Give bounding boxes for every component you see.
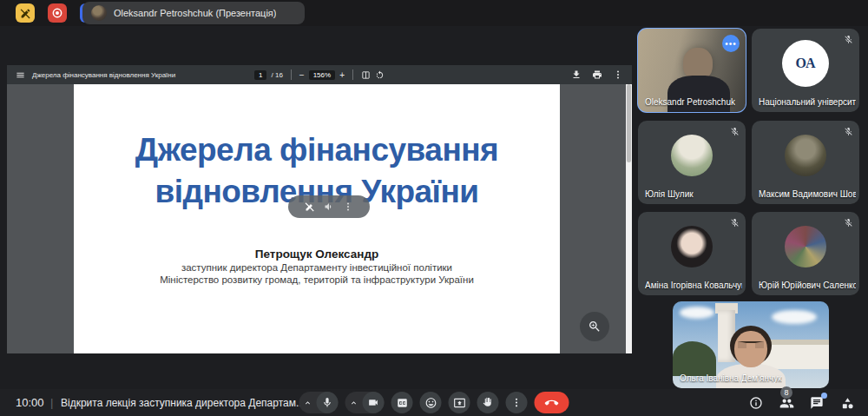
slide-page: Джерела фінансування відновлення України…	[74, 84, 560, 353]
pdf-scrollbar[interactable]	[626, 84, 632, 353]
participant-tile-oleksandr[interactable]: ••• Oleksandr Petroshchuk	[638, 29, 746, 112]
slide-author-org: Міністерство розвитку громад, територій …	[74, 274, 560, 285]
camera-options-chevron-icon[interactable]	[345, 392, 363, 413]
chat-notification-dot	[821, 393, 827, 399]
mic-off-icon	[844, 35, 853, 44]
more-options-button[interactable]	[506, 392, 528, 413]
present-screen-icon	[453, 397, 465, 409]
participant-name: Аміна Ігорівна Ковальчук	[645, 281, 742, 290]
participant-avatar	[671, 226, 713, 267]
participant-tile-maksym[interactable]: Максим Вадимович Шовкоп...	[752, 121, 859, 204]
google-meet-window: Oleksandr Petroshchuk (Презентація) Джер…	[0, 0, 868, 416]
toolbar-divider	[352, 69, 353, 80]
page-number-input[interactable]: 1	[254, 70, 266, 80]
participant-avatar	[785, 135, 826, 176]
participant-name: Максим Вадимович Шовкоп...	[759, 189, 856, 199]
reactions-button[interactable]	[420, 392, 442, 413]
zoom-in-button[interactable]: +	[339, 70, 345, 80]
print-icon[interactable]	[592, 69, 602, 80]
record-button[interactable]	[48, 3, 67, 23]
chat-button[interactable]	[808, 394, 825, 412]
download-icon[interactable]	[571, 69, 582, 80]
slide-author-role: заступник директора Департаменту інвести…	[74, 262, 560, 273]
magnifier-icon	[588, 320, 602, 333]
tab-avatar	[91, 5, 107, 21]
captions-icon	[396, 397, 408, 409]
pdf-scroll-thumb[interactable]	[627, 84, 631, 162]
more-options-icon[interactable]	[613, 69, 623, 80]
university-logo: ОА	[782, 40, 829, 87]
mic-button[interactable]	[317, 392, 339, 413]
more-vert-icon	[511, 397, 523, 408]
hand-icon	[483, 397, 494, 408]
zoom-level-input[interactable]: 156%	[309, 70, 335, 80]
page-total-label: / 16	[271, 71, 282, 79]
toolbar-divider	[291, 69, 292, 80]
activities-button[interactable]	[838, 394, 856, 412]
self-name: Ольга Іванівна Дем'янчук	[680, 373, 782, 383]
camera-icon	[368, 397, 379, 408]
pen-off-icon	[305, 201, 315, 212]
mic-off-icon	[844, 127, 853, 136]
mic-off-icon	[730, 127, 740, 136]
menu-icon[interactable]	[16, 70, 25, 80]
leave-call-button[interactable]	[535, 392, 569, 413]
phone-down-icon	[545, 396, 559, 410]
clock: 10:00	[16, 396, 44, 409]
mic-options-chevron-icon[interactable]	[299, 392, 317, 413]
participant-name: Юрій Юрійович Саленко	[759, 281, 856, 290]
camera-button[interactable]	[363, 392, 385, 413]
fit-page-icon[interactable]	[361, 70, 371, 80]
rotate-icon[interactable]	[375, 70, 385, 80]
participant-avatar	[785, 226, 826, 267]
participant-tile-university[interactable]: ОА Національний університет О...	[752, 29, 859, 112]
pdf-doc-title: Джерела фінансування відновлення України	[32, 71, 175, 79]
participant-tile-yulia[interactable]: Юлія Шулик	[638, 121, 746, 204]
participants-button[interactable]: 8	[778, 394, 795, 412]
annotate-off-button[interactable]	[16, 3, 35, 23]
zoom-out-button[interactable]: −	[299, 70, 305, 80]
pdf-toolbar: Джерела фінансування відновлення України…	[7, 65, 632, 84]
panel-buttons: 8	[747, 394, 856, 412]
pen-off-icon	[20, 8, 31, 19]
participant-tile-amina[interactable]: Аміна Ігорівна Ковальчук	[638, 212, 746, 295]
mic-off-icon	[730, 218, 740, 228]
presentation-tab[interactable]: Oleksandr Petroshchuk (Презентація)	[82, 2, 305, 24]
speaker-icon	[324, 201, 334, 212]
info-icon	[749, 396, 763, 410]
activities-icon	[840, 396, 855, 411]
camera-control	[345, 392, 385, 413]
shared-pdf-viewer: Джерела фінансування відновлення України…	[7, 65, 632, 353]
mic-control	[299, 392, 339, 413]
zoom-fab-button[interactable]	[580, 312, 609, 341]
tab-title: Oleksandr Petroshchuk (Презентація)	[114, 8, 276, 18]
present-button[interactable]	[449, 392, 470, 413]
tile-menu-button[interactable]: •••	[722, 35, 740, 52]
top-bar: Oleksandr Petroshchuk (Презентація)	[0, 0, 868, 26]
tab-media-controls[interactable]	[288, 195, 370, 218]
participant-name: Національний університет О...	[759, 97, 856, 107]
emoji-icon	[424, 397, 437, 409]
mic-off-icon	[844, 218, 853, 228]
meeting-title: Відкрита лекція заступника директора Деп…	[61, 397, 305, 409]
participant-avatar	[671, 135, 713, 176]
participant-name: Oleksandr Petroshchuk	[645, 97, 735, 107]
captions-button[interactable]	[391, 392, 413, 413]
meeting-details-button[interactable]	[747, 394, 765, 412]
record-icon	[51, 7, 63, 19]
raise-hand-button[interactable]	[477, 392, 499, 413]
self-view-tile[interactable]: Ольга Іванівна Дем'янчук	[673, 301, 829, 388]
slide-title-line1: Джерела фінансування	[74, 132, 560, 168]
divider: |	[50, 396, 53, 409]
slide-author-name: Петрощук Олександр	[74, 248, 560, 261]
participant-count-badge: 8	[780, 386, 792, 399]
mic-icon	[322, 397, 333, 408]
bottom-bar: 10:00 | Відкрита лекція заступника дирек…	[0, 389, 868, 416]
participant-name: Юлія Шулик	[645, 189, 694, 199]
call-controls	[299, 392, 569, 413]
participant-tile-yurii[interactable]: Юрій Юрійович Саленко	[752, 212, 859, 295]
more-vert-icon	[343, 201, 353, 212]
